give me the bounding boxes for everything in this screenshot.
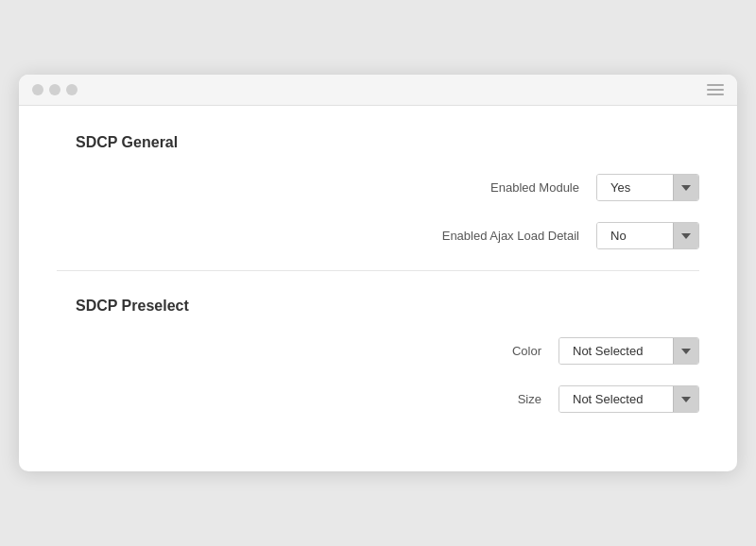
select-enabled-ajax[interactable]: No [596,222,699,249]
traffic-lights [32,84,77,95]
traffic-light-minimize [49,84,60,95]
select-value-enabled-ajax: No [597,223,673,248]
chevron-down-icon [681,395,691,404]
form-row-enabled-module: Enabled Module Yes [76,174,699,201]
select-arrow-enabled-ajax[interactable] [673,223,698,248]
title-bar [19,75,737,106]
select-size[interactable]: Not Selected [558,385,699,413]
menu-icon[interactable] [707,84,724,95]
select-arrow-color[interactable] [673,338,698,364]
traffic-light-close [32,84,43,95]
chevron-down-icon [681,347,691,356]
form-row-size: Size Not Selected [76,385,699,413]
select-arrow-enabled-module[interactable] [673,175,698,200]
traffic-light-maximize [66,84,77,95]
select-color[interactable]: Not Selected [558,337,699,365]
select-enabled-module[interactable]: Yes [596,174,699,201]
section-preselect-title: SDCP Preselect [76,298,699,315]
label-color: Color [512,344,541,358]
chevron-down-icon [681,231,691,241]
section-general: SDCP General Enabled Module Yes Enabled … [57,134,699,249]
chevron-down-icon [681,183,691,193]
select-arrow-size[interactable] [673,386,698,412]
select-value-enabled-module: Yes [597,175,673,200]
form-row-color: Color Not Selected [76,337,699,365]
section-divider [57,270,699,271]
section-preselect: SDCP Preselect Color Not Selected Size [57,298,699,413]
form-row-enabled-ajax: Enabled Ajax Load Detail No [76,222,699,249]
label-size: Size [518,392,541,406]
select-value-color: Not Selected [559,338,673,364]
label-enabled-module: Enabled Module [490,180,579,195]
select-value-size: Not Selected [559,386,673,412]
main-window: SDCP General Enabled Module Yes Enabled … [19,75,737,471]
main-content: SDCP General Enabled Module Yes Enabled … [19,106,737,471]
label-enabled-ajax: Enabled Ajax Load Detail [442,229,579,243]
section-general-title: SDCP General [76,134,699,151]
